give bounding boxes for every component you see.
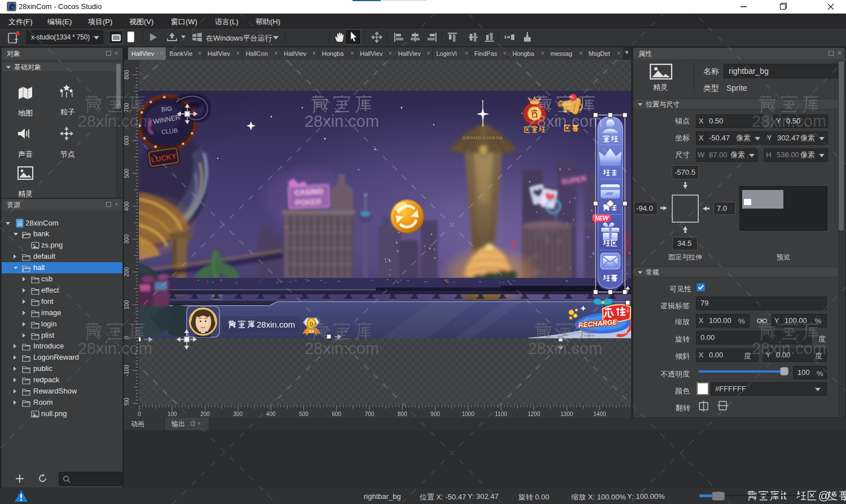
svg-text:1200: 1200: [527, 411, 540, 417]
svg-text:1100: 1100: [495, 411, 508, 417]
svg-text:400: 400: [266, 411, 276, 417]
svg-text:-200: -200: [124, 397, 130, 405]
svg-text:100: 100: [168, 411, 177, 417]
svg-text:400: 400: [124, 201, 130, 211]
svg-text:200: 200: [124, 267, 130, 277]
svg-text:700: 700: [124, 103, 130, 112]
svg-text:300: 300: [233, 411, 243, 417]
svg-text:200: 200: [200, 411, 210, 417]
svg-text:100: 100: [124, 300, 130, 310]
svg-text:700: 700: [365, 411, 374, 417]
svg-text:500: 500: [299, 411, 309, 417]
svg-text:500: 500: [124, 169, 130, 178]
svg-text:ccs: ccs: [17, 219, 23, 222]
svg-text:600: 600: [332, 411, 341, 417]
svg-text:1400: 1400: [593, 411, 606, 417]
svg-text:900: 900: [430, 411, 440, 417]
svg-text:800: 800: [398, 411, 407, 417]
svg-text:28xin.com: 28xin.com: [257, 320, 295, 329]
svg-text:1300: 1300: [561, 411, 574, 417]
svg-text:300: 300: [124, 234, 130, 244]
svg-text:800: 800: [124, 70, 130, 79]
svg-text:-100: -100: [124, 365, 130, 376]
svg-text:1000: 1000: [462, 411, 475, 417]
svg-text:0: 0: [124, 336, 130, 339]
svg-text:600: 600: [124, 135, 130, 145]
svg-text:0: 0: [138, 411, 141, 417]
